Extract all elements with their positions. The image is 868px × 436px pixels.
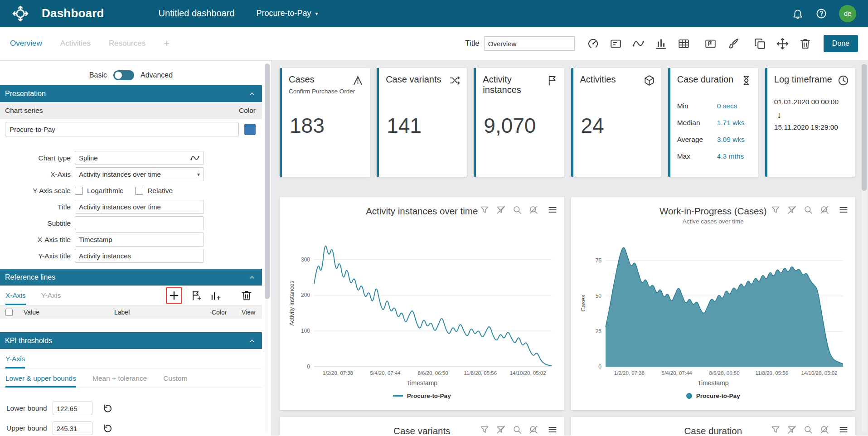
relative-label: Relative <box>147 187 173 195</box>
x-axis-title-input[interactable] <box>75 233 204 247</box>
chart-menu-icon[interactable] <box>547 424 558 435</box>
delete-reference-lines-button[interactable] <box>240 289 253 302</box>
cases-icon <box>352 74 364 87</box>
lower-bound-input[interactable] <box>53 402 92 415</box>
kpi-tab-y-axis[interactable]: Y-Axis <box>5 349 25 368</box>
copy-icon[interactable] <box>753 37 766 50</box>
add-reference-lines-from-data-button[interactable] <box>209 289 222 302</box>
presentation-section-header[interactable]: Presentation <box>0 85 262 102</box>
zoom-icon[interactable] <box>512 204 523 215</box>
zoom-icon[interactable] <box>803 204 814 215</box>
svg-text:200: 200 <box>301 292 310 298</box>
annotation-icon[interactable] <box>704 37 717 50</box>
kpi-card-activities[interactable]: Activities 24 <box>571 68 661 177</box>
series-name-input[interactable] <box>5 122 239 136</box>
sidebar-scrollbar[interactable] <box>265 62 270 433</box>
gauge-icon[interactable] <box>587 37 600 50</box>
kpi-card-case-variants[interactable]: Case variants 141 <box>377 68 467 177</box>
add-reference-band-button[interactable] <box>189 289 202 302</box>
dashboard-name[interactable]: Untitled dashboard <box>159 8 235 19</box>
chart-title-input[interactable] <box>75 200 204 214</box>
notifications-icon[interactable] <box>792 8 804 19</box>
zoom-icon[interactable] <box>803 424 814 435</box>
mode-toggle[interactable] <box>113 70 134 80</box>
upper-bound-input[interactable] <box>53 421 92 435</box>
chart-plot[interactable]: 02550751/2/20, 07:385/4/20, 07:448/6/20,… <box>584 228 850 378</box>
move-icon[interactable] <box>776 37 789 50</box>
reference-lines-table-header: Value Label Color View <box>0 305 262 319</box>
series-color-swatch[interactable] <box>244 124 256 135</box>
hourglass-icon <box>740 74 752 87</box>
widget-title-input[interactable] <box>484 36 575 51</box>
ref-tab-y-axis[interactable]: Y-Axis <box>41 286 61 305</box>
reset-lower-bound-icon[interactable] <box>102 403 113 414</box>
chart-menu-icon[interactable] <box>838 424 849 435</box>
main-scrollbar[interactable] <box>862 63 867 433</box>
tab-lower-upper-bounds[interactable]: Lower & upper bounds <box>5 369 76 388</box>
trash-icon[interactable] <box>799 37 812 50</box>
help-icon[interactable] <box>815 8 827 19</box>
add-reference-line-button[interactable] <box>166 287 182 304</box>
zoom-off-icon[interactable] <box>819 424 830 435</box>
chart-series-label: Chart series <box>5 107 43 115</box>
select-all-checkbox[interactable] <box>5 309 13 316</box>
process-selector[interactable]: Procure-to-Pay ▾ <box>257 9 318 18</box>
chart-plot[interactable]: 01002003001/2/20, 07:385/4/20, 07:448/6/… <box>292 228 559 378</box>
tab-activities[interactable]: Activities <box>60 39 91 48</box>
reference-lines-section-header[interactable]: Reference lines <box>0 269 262 286</box>
brush-icon[interactable] <box>727 37 740 50</box>
add-tab-button[interactable]: + <box>164 38 170 49</box>
filter-off-icon[interactable] <box>786 204 797 215</box>
kpi-value: 24 <box>581 113 604 138</box>
legend-item[interactable]: Procure-to-Pay <box>285 392 559 399</box>
zoom-off-icon[interactable] <box>528 204 539 215</box>
y-axis-title-input[interactable] <box>75 249 204 263</box>
spline-chart-icon[interactable] <box>632 37 645 50</box>
relative-checkbox[interactable] <box>135 187 143 195</box>
filter-icon[interactable] <box>479 424 490 435</box>
main-scrollbar-thumb[interactable] <box>862 64 867 191</box>
chart-subtitle-input[interactable] <box>75 216 204 230</box>
x-axis-title-label: X-Axis title <box>0 236 75 244</box>
chart-type-select[interactable]: Spline <box>75 151 204 165</box>
x-axis-select[interactable]: Activity instances over time ▾ <box>75 167 204 181</box>
app-logo-icon[interactable] <box>12 5 29 22</box>
table-icon[interactable] <box>677 37 690 50</box>
kpi-card-cases[interactable]: Cases Confirm Purchase Order 183 <box>280 68 370 177</box>
tab-resources[interactable]: Resources <box>109 39 145 48</box>
chart-menu-icon[interactable] <box>838 204 849 215</box>
chart-menu-icon[interactable] <box>547 204 558 215</box>
value-widget-icon[interactable] <box>609 37 622 50</box>
tab-mean-tolerance[interactable]: Mean + tolerance <box>92 369 147 388</box>
zoom-icon[interactable] <box>512 424 523 435</box>
reset-upper-bound-icon[interactable] <box>102 423 113 434</box>
basic-label[interactable]: Basic <box>89 71 107 79</box>
filter-off-icon[interactable] <box>495 204 506 215</box>
legend-item[interactable]: Procure-to-Pay <box>577 392 850 399</box>
logarithmic-checkbox[interactable] <box>75 187 83 195</box>
sidebar-scrollbar-thumb[interactable] <box>265 63 270 299</box>
svg-text:0: 0 <box>598 363 601 370</box>
filter-off-icon[interactable] <box>495 424 506 435</box>
avatar[interactable]: de <box>839 5 856 22</box>
kpi-card-case-duration[interactable]: Case duration Min0 secs Median1.71 wks A… <box>668 68 758 177</box>
tab-custom[interactable]: Custom <box>163 369 187 388</box>
tab-overview[interactable]: Overview <box>10 39 42 48</box>
zoom-off-icon[interactable] <box>819 204 830 215</box>
filter-icon[interactable] <box>479 204 490 215</box>
kpi-card-log-timeframe[interactable]: Log timeframe 01.01.2020 00:00:00 ↓ 15.1… <box>765 68 855 177</box>
ref-tab-x-axis[interactable]: X-Axis <box>5 286 26 305</box>
bar-chart-icon[interactable] <box>655 37 668 50</box>
filter-icon[interactable] <box>770 424 781 435</box>
kpi-thresholds-section-header[interactable]: KPI thresholds <box>0 332 262 349</box>
stat-row-max: Max4.3 mths <box>677 148 752 165</box>
chevron-up-icon <box>248 90 256 97</box>
zoom-off-icon[interactable] <box>528 424 539 435</box>
chart-toolbar <box>479 424 558 435</box>
filter-off-icon[interactable] <box>786 424 797 435</box>
done-button[interactable]: Done <box>824 35 858 52</box>
kpi-card-activity-instances[interactable]: Activity instances 9,070 <box>474 68 564 177</box>
filter-icon[interactable] <box>770 204 781 215</box>
advanced-label[interactable]: Advanced <box>141 71 173 79</box>
partial-charts-row: Case variants Case duration <box>280 417 855 436</box>
